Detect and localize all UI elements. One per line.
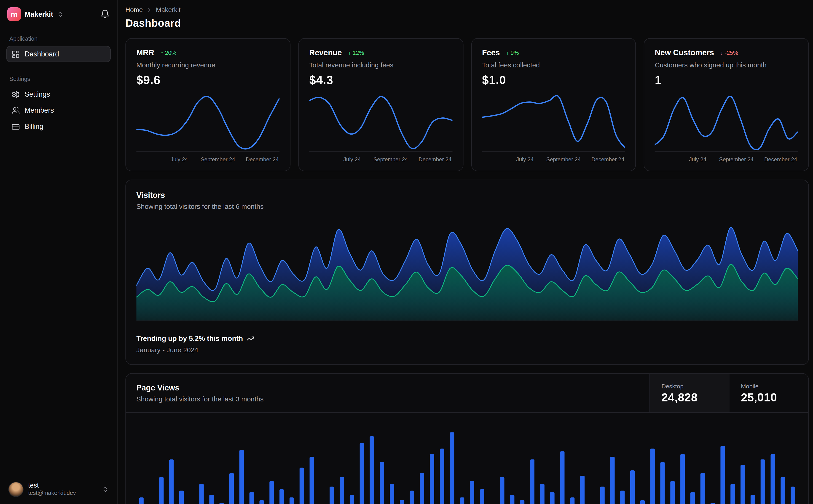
visitors-card: Visitors Showing total visitors for the …: [125, 180, 809, 365]
mobile-label: Mobile: [741, 383, 797, 389]
new-customers-sparkline-chart: [655, 95, 798, 152]
stat-value: $9.6: [136, 73, 279, 87]
stat-value: 1: [655, 73, 798, 87]
stat-cards-row: MRR ↑20% Monthly recurring revenue $9.6 …: [125, 38, 809, 171]
visitors-footer: Trending up by 5.2% this month: [136, 334, 798, 342]
mrr-sparkline-chart: [136, 95, 279, 152]
visitors-title: Visitors: [136, 191, 798, 199]
fees-sparkline-chart: [482, 95, 625, 152]
chevrons-up-down-icon: [102, 486, 109, 493]
users-icon: [11, 106, 20, 115]
stat-card-new-customers: New Customers ↓-25% Customers who signed…: [644, 38, 809, 171]
nav-section-settings: Settings: [9, 76, 108, 82]
stat-value: $4.3: [309, 73, 452, 87]
workspace-selector[interactable]: m Makerkit: [6, 6, 111, 22]
main-content: Home Makerkit Dashboard MRR ↑20% Monthly…: [117, 0, 813, 504]
page-views-card: Page Views Showing total visitors for th…: [125, 373, 809, 504]
sidebar-item-label: Settings: [24, 90, 50, 98]
trend-up-icon: ↑: [506, 49, 509, 56]
stat-title: Fees: [482, 48, 500, 57]
stat-card-mrr: MRR ↑20% Monthly recurring revenue $9.6 …: [125, 38, 290, 171]
x-axis-labels: July 24 September 24 December 24: [136, 155, 279, 164]
breadcrumb: Home Makerkit: [125, 6, 809, 13]
x-tick: September 24: [546, 156, 581, 162]
stat-subtitle: Monthly recurring revenue: [136, 61, 279, 69]
stat-value: $1.0: [482, 73, 625, 87]
workspace-name: Makerkit: [24, 10, 53, 18]
trend-down-icon: ↓: [720, 49, 723, 56]
sidebar-item-members[interactable]: Members: [6, 102, 111, 119]
x-tick: July 24: [344, 156, 361, 162]
desktop-label: Desktop: [662, 383, 717, 389]
toggle-desktop[interactable]: Desktop 24,828: [650, 374, 729, 412]
x-tick: July 24: [689, 156, 707, 162]
desktop-value: 24,828: [662, 391, 717, 404]
page-views-bar-chart: [136, 416, 798, 504]
x-tick: December 24: [764, 156, 797, 162]
sidebar-item-label: Members: [24, 106, 54, 114]
x-axis-labels: July 24 September 24 December 24: [309, 155, 452, 164]
trend-badge: ↓-25%: [720, 49, 738, 56]
x-tick: December 24: [418, 156, 451, 162]
visitors-date-range: January - June 2024: [136, 346, 798, 354]
stat-card-fees: Fees ↑9% Total fees collected $1.0 July …: [471, 38, 636, 171]
sidebar: m Makerkit Application Dashboard Setting…: [0, 0, 117, 504]
nav-section-application: Application: [9, 35, 108, 42]
trend-value: -25%: [725, 49, 738, 56]
bell-icon: [100, 9, 110, 19]
toggle-mobile[interactable]: Mobile 25,010: [729, 374, 808, 412]
page-views-header: Page Views Showing total visitors for th…: [126, 374, 808, 413]
trend-up-icon: ↑: [348, 49, 351, 56]
user-menu[interactable]: test test@makerkit.dev: [5, 480, 112, 499]
stat-title: MRR: [136, 48, 154, 57]
x-tick: December 24: [246, 156, 279, 162]
trending-up-icon: [247, 334, 254, 342]
sidebar-item-label: Dashboard: [24, 50, 59, 58]
stat-title: New Customers: [655, 48, 714, 57]
trend-badge: ↑12%: [348, 49, 364, 56]
x-tick: July 24: [170, 156, 188, 162]
stat-card-revenue: Revenue ↑12% Total revenue including fee…: [298, 38, 463, 171]
revenue-sparkline-chart: [309, 95, 452, 152]
page-views-subtitle: Showing total visitors for the last 3 mo…: [136, 395, 639, 403]
x-tick: December 24: [591, 156, 624, 162]
breadcrumb-current: Makerkit: [156, 6, 181, 13]
avatar: [8, 482, 24, 497]
page-title: Dashboard: [125, 17, 809, 29]
makerkit-logo: m: [7, 7, 21, 21]
sidebar-item-dashboard[interactable]: Dashboard: [6, 46, 111, 62]
x-tick: July 24: [516, 156, 533, 162]
credit-card-icon: [11, 122, 20, 131]
stat-subtitle: Total revenue including fees: [309, 61, 452, 69]
trend-badge: ↑20%: [160, 49, 176, 56]
trend-text: Trending up by 5.2% this month: [136, 334, 243, 342]
sidebar-item-settings[interactable]: Settings: [6, 86, 111, 102]
trend-value: 9%: [511, 49, 519, 56]
visitors-subtitle: Showing total visitors for the last 6 mo…: [136, 202, 798, 210]
sidebar-item-label: Billing: [24, 123, 43, 130]
page-views-title: Page Views: [136, 383, 639, 392]
mobile-value: 25,010: [741, 391, 797, 404]
x-tick: September 24: [719, 156, 754, 162]
x-axis-labels: July 24 September 24 December 24: [655, 155, 798, 164]
stat-title: Revenue: [309, 48, 342, 57]
user-info: test test@makerkit.dev: [28, 482, 76, 497]
gear-icon: [11, 90, 20, 98]
app-window: m Makerkit Application Dashboard Setting…: [0, 0, 813, 504]
visitors-area-chart: [136, 222, 798, 321]
x-axis-labels: July 24 September 24 December 24: [482, 155, 625, 164]
x-tick: September 24: [373, 156, 408, 162]
trend-badge: ↑9%: [506, 49, 519, 56]
trend-value: 20%: [165, 49, 176, 56]
user-email: test@makerkit.dev: [28, 490, 76, 497]
dashboard-grid-icon: [11, 50, 20, 58]
trend-value: 12%: [353, 49, 364, 56]
chevrons-up-down-icon: [57, 11, 64, 18]
chevron-right-icon: [146, 7, 153, 13]
sidebar-item-billing[interactable]: Billing: [6, 119, 111, 135]
user-name: test: [28, 482, 76, 490]
trend-up-icon: ↑: [160, 49, 163, 56]
notifications-button[interactable]: [100, 9, 110, 19]
stat-subtitle: Customers who signed up this month: [655, 61, 798, 69]
breadcrumb-home[interactable]: Home: [125, 6, 143, 13]
